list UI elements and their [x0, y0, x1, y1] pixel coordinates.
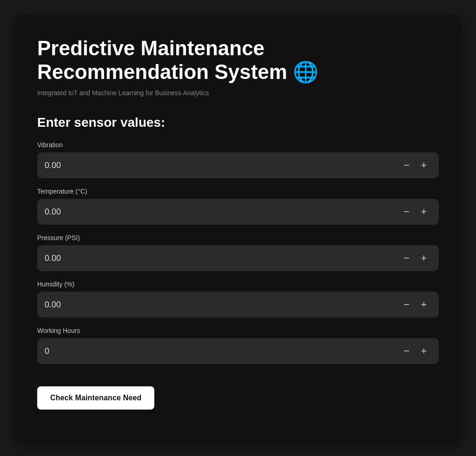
- field-group-humidity: Humidity (%)−+: [37, 280, 439, 318]
- field-row-vibration: −+: [37, 152, 439, 178]
- field-row-working_hours: −+: [37, 338, 439, 364]
- section-title: Enter sensor values:: [37, 115, 439, 130]
- field-group-vibration: Vibration−+: [37, 141, 439, 178]
- minus-btn-working_hours[interactable]: −: [399, 344, 414, 358]
- plus-btn-humidity[interactable]: +: [416, 298, 431, 312]
- label-vibration: Vibration: [37, 141, 439, 149]
- plus-btn-vibration[interactable]: +: [416, 158, 431, 172]
- minus-btn-vibration[interactable]: −: [399, 158, 414, 172]
- app-title: Predictive Maintenance Recommendation Sy…: [37, 37, 439, 84]
- app-container: Predictive Maintenance Recommendation Sy…: [15, 14, 461, 442]
- minus-btn-humidity[interactable]: −: [399, 298, 414, 312]
- check-maintenance-button[interactable]: Check Maintenance Need: [37, 386, 154, 410]
- plus-btn-working_hours[interactable]: +: [416, 344, 431, 358]
- input-working_hours[interactable]: [45, 346, 399, 356]
- app-subtitle: Integrated IoT and Machine Learning for …: [37, 89, 439, 97]
- field-row-temperature: −+: [37, 199, 439, 225]
- minus-btn-pressure[interactable]: −: [399, 251, 414, 265]
- plus-btn-temperature[interactable]: +: [416, 205, 431, 219]
- label-working_hours: Working Hours: [37, 327, 439, 334]
- plus-btn-pressure[interactable]: +: [416, 251, 431, 265]
- field-group-working_hours: Working Hours−+: [37, 327, 439, 364]
- fields-container: Vibration−+Temperature (°C)−+Pressure (P…: [37, 141, 439, 364]
- minus-btn-temperature[interactable]: −: [399, 205, 414, 219]
- input-vibration[interactable]: [45, 161, 399, 170]
- label-humidity: Humidity (%): [37, 280, 439, 288]
- input-humidity[interactable]: [45, 300, 399, 310]
- input-temperature[interactable]: [45, 207, 399, 217]
- input-pressure[interactable]: [45, 254, 399, 263]
- field-group-pressure: Pressure (PSI)−+: [37, 234, 439, 271]
- label-temperature: Temperature (°C): [37, 188, 439, 195]
- field-row-humidity: −+: [37, 292, 439, 318]
- field-row-pressure: −+: [37, 245, 439, 271]
- label-pressure: Pressure (PSI): [37, 234, 439, 241]
- field-group-temperature: Temperature (°C)−+: [37, 188, 439, 225]
